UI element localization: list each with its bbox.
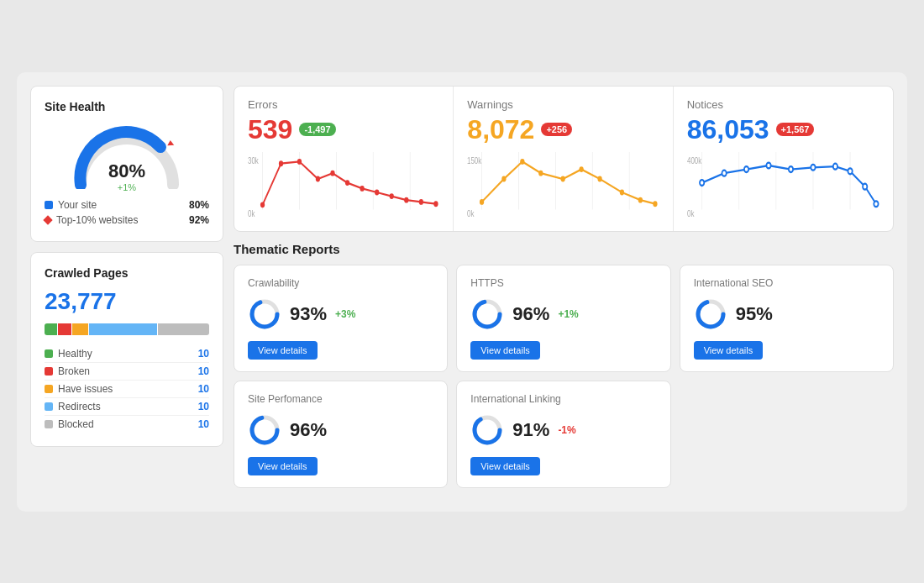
- gauge-container: 80% +1%: [45, 122, 209, 189]
- int-seo-title: International SEO: [694, 277, 879, 289]
- top10-value: 92%: [189, 214, 209, 226]
- svg-point-16: [390, 193, 394, 199]
- cl-broken-count: 10: [198, 365, 209, 377]
- cl-redirects-count: 10: [198, 401, 209, 412]
- notices-chart: 400k 0k: [687, 152, 879, 219]
- bar-broken: [58, 323, 71, 335]
- cl-blocked-label: Blocked: [58, 418, 94, 430]
- report-https: HTTPS 96% +1% View details: [456, 265, 670, 372]
- svg-point-33: [598, 176, 602, 181]
- int-link-percent: 91%: [512, 419, 549, 441]
- svg-text:0k: 0k: [687, 208, 695, 218]
- errors-chart: 30k 0k: [248, 152, 439, 219]
- your-site-label: Your site: [58, 199, 97, 211]
- your-site-dot: [45, 201, 53, 209]
- svg-point-30: [539, 170, 543, 176]
- svg-text:400k: 400k: [687, 155, 702, 165]
- https-details-btn[interactable]: View details: [470, 341, 540, 360]
- crawled-count: 23,777: [45, 288, 209, 315]
- site-perf-details-btn[interactable]: View details: [248, 457, 318, 475]
- gauge-change: +1%: [108, 182, 145, 192]
- svg-point-14: [360, 186, 364, 192]
- https-change: +1%: [558, 308, 578, 320]
- gauge-text: 80% +1%: [108, 160, 145, 192]
- your-site-value: 80%: [189, 199, 209, 211]
- notices-badge: +1,567: [776, 123, 815, 136]
- crawlability-title: Crawlability: [248, 277, 433, 289]
- bar-redirects: [89, 323, 157, 335]
- svg-point-36: [654, 201, 658, 207]
- warnings-panel: Warnings 8,072 +256 150k 0k: [454, 87, 673, 231]
- svg-point-13: [345, 180, 349, 186]
- errors-value: 539: [248, 114, 292, 145]
- svg-text:0k: 0k: [248, 208, 255, 218]
- svg-point-19: [433, 201, 438, 207]
- cl-blocked-dot: [45, 420, 53, 428]
- int-seo-row: 95%: [694, 297, 879, 331]
- svg-text:30k: 30k: [248, 155, 259, 165]
- dashboard: Site Health 80% +1%: [17, 72, 907, 512]
- report-site-perf: Site Perfomance 96% View details: [234, 381, 448, 488]
- report-crawlability: Crawlability 93% +3% View details: [234, 265, 448, 372]
- int-link-title: International Linking: [470, 393, 656, 405]
- int-seo-details-btn[interactable]: View details: [694, 341, 764, 360]
- svg-text:150k: 150k: [467, 155, 481, 165]
- crawlability-donut: [248, 297, 281, 331]
- int-seo-donut: [694, 297, 727, 331]
- int-link-row: 91% -1%: [470, 413, 656, 447]
- site-perf-donut: [248, 413, 281, 447]
- legend-item-top10: Top-10% websites 92%: [45, 213, 209, 228]
- cl-broken: Broken 10: [45, 363, 209, 381]
- svg-point-28: [502, 176, 507, 181]
- svg-point-34: [620, 189, 624, 195]
- svg-point-53: [874, 201, 878, 207]
- int-seo-percent: 95%: [736, 303, 773, 325]
- cl-broken-dot: [45, 367, 53, 376]
- svg-point-51: [848, 168, 852, 174]
- cl-issues-label: Have issues: [58, 383, 113, 395]
- bar-blocked: [158, 323, 209, 335]
- svg-point-8: [260, 202, 265, 207]
- top10-label: Top-10% websites: [56, 214, 138, 226]
- crawled-bar-chart: [45, 323, 209, 335]
- svg-point-49: [811, 164, 815, 170]
- gauge-percent: 80%: [108, 160, 145, 182]
- crawlability-percent: 93%: [290, 303, 327, 325]
- svg-point-27: [480, 199, 484, 205]
- reports-grid: Crawlability 93% +3% View details HTTPS: [234, 265, 894, 488]
- crawled-title: Crawled Pages: [45, 266, 209, 280]
- bar-healthy: [45, 323, 57, 335]
- svg-point-11: [316, 176, 320, 181]
- crawlability-details-btn[interactable]: View details: [248, 341, 318, 360]
- site-perf-row: 96%: [248, 413, 433, 447]
- int-link-change: -1%: [558, 424, 575, 436]
- svg-text:0k: 0k: [467, 208, 475, 218]
- cl-healthy-count: 10: [198, 348, 209, 360]
- https-row: 96% +1%: [470, 297, 656, 331]
- svg-point-35: [638, 197, 643, 202]
- https-percent: 96%: [512, 303, 549, 325]
- cl-blocked-count: 10: [198, 418, 209, 430]
- site-health-card: Site Health 80% +1%: [30, 86, 223, 242]
- svg-point-50: [832, 163, 837, 169]
- cl-redirects: Redirects 10: [45, 398, 209, 416]
- left-column: Site Health 80% +1%: [30, 86, 223, 488]
- report-int-seo: International SEO 95% View details: [680, 265, 894, 372]
- report-int-link: International Linking 91% -1% View detai…: [456, 381, 670, 488]
- svg-point-46: [744, 166, 748, 172]
- cl-redirects-label: Redirects: [58, 401, 101, 412]
- metrics-row: Errors 539 -1,497 30k 0k: [234, 86, 894, 232]
- svg-point-31: [561, 176, 565, 181]
- notices-value: 86,053: [687, 114, 769, 145]
- cl-healthy-dot: [45, 349, 53, 358]
- warnings-value-row: 8,072 +256: [467, 114, 659, 145]
- svg-point-45: [722, 170, 726, 176]
- site-perf-title: Site Perfomance: [248, 393, 433, 405]
- svg-point-47: [766, 162, 770, 168]
- thematic-section: Thematic Reports Crawlability 93% +3% Vi…: [234, 242, 894, 488]
- int-link-details-btn[interactable]: View details: [470, 457, 540, 475]
- svg-point-52: [863, 183, 867, 189]
- errors-badge: -1,497: [299, 123, 335, 136]
- cl-healthy: Healthy 10: [45, 345, 209, 363]
- crawlability-row: 93% +3%: [248, 297, 433, 331]
